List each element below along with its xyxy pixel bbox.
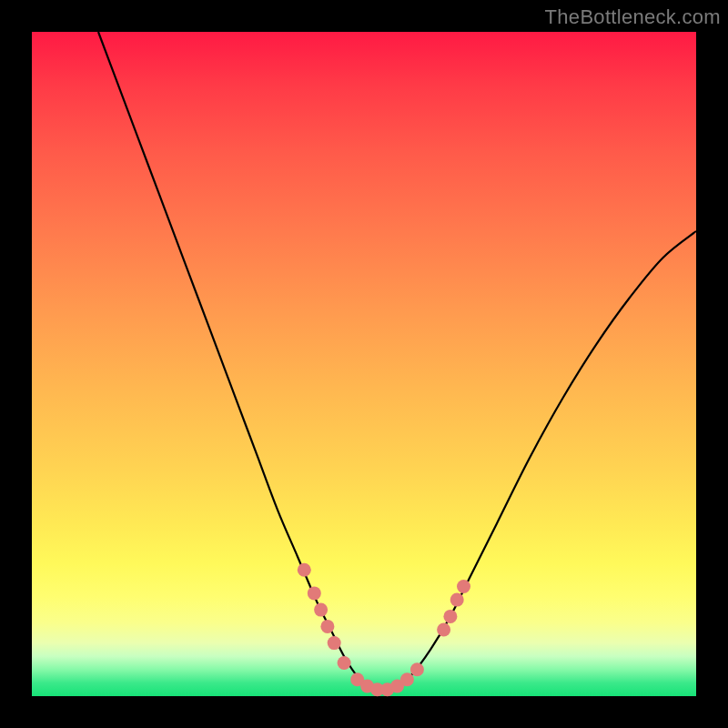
chart-frame: TheBottleneck.com xyxy=(0,0,728,728)
watermark-text: TheBottleneck.com xyxy=(545,5,721,29)
chart-svg xyxy=(32,32,696,696)
data-marker xyxy=(443,610,457,623)
data-marker xyxy=(437,623,450,637)
data-marker xyxy=(400,672,414,686)
data-marker xyxy=(298,563,311,577)
data-marker xyxy=(314,603,328,617)
data-marker xyxy=(457,580,470,593)
marker-group xyxy=(298,563,470,696)
bottleneck-curve xyxy=(98,32,696,690)
plot-area xyxy=(32,32,696,696)
data-marker xyxy=(450,593,464,607)
data-marker xyxy=(320,620,334,633)
data-marker xyxy=(308,586,321,600)
data-marker xyxy=(338,656,351,670)
data-marker xyxy=(328,636,341,650)
data-marker xyxy=(410,662,424,676)
